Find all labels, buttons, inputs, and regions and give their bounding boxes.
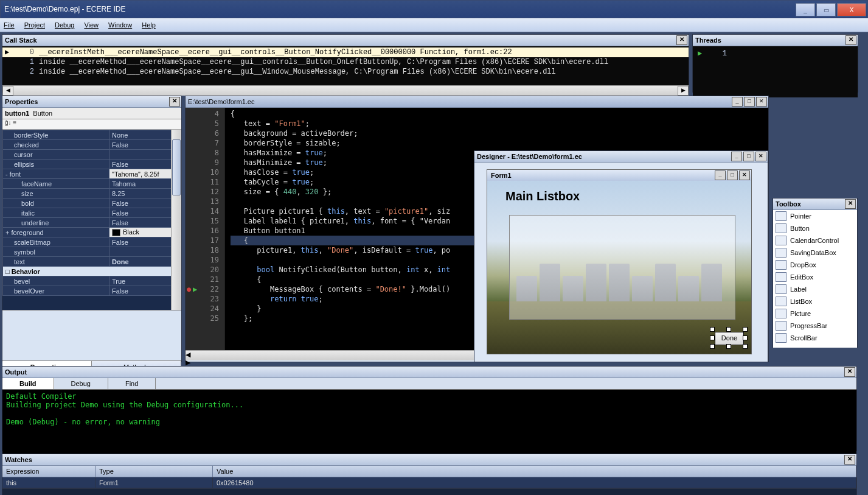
properties-panel: Properties✕ button1Button ĝ↓ ≡ borderSty…	[2, 96, 182, 362]
close-icon[interactable]: ✕	[844, 367, 855, 377]
menu-file[interactable]: File	[4, 21, 15, 29]
stack-row[interactable]: 2inside __ecereMethod___ecereNameSpace__…	[2, 67, 689, 77]
picture-icon	[776, 309, 786, 318]
maximize-icon[interactable]: □	[744, 97, 755, 107]
main-label[interactable]: Main Listbox	[505, 189, 580, 203]
stack-row[interactable]: ▶0__ecereInstMeth___ecereNameSpace__ecer…	[2, 47, 689, 57]
watch-type: Form1	[95, 477, 213, 488]
scroll-right-icon[interactable]: ▶	[678, 86, 689, 96]
close-icon[interactable]: ✕	[676, 35, 687, 45]
maximize-icon[interactable]: □	[743, 152, 754, 161]
scroll-left-icon[interactable]: ◀	[2, 86, 13, 96]
col-expression[interactable]: Expression	[2, 466, 95, 477]
savingdatabox-icon	[776, 248, 786, 258]
toolbox-item-editbox[interactable]: EditBox	[773, 271, 857, 283]
thread-row[interactable]: ▶1	[695, 49, 855, 58]
maximize-button[interactable]: ▭	[816, 3, 836, 16]
toolbox-item-calendarcontrol[interactable]: CalendarControl	[773, 234, 857, 247]
form-title: Form1	[491, 172, 512, 179]
close-icon[interactable]: ✕	[739, 170, 750, 180]
watches-title: Watches	[5, 456, 32, 463]
watch-value: 0x02615480	[213, 477, 856, 488]
minimize-icon[interactable]: _	[732, 97, 743, 107]
scrollbar-icon	[776, 333, 786, 343]
toolbox-item-button[interactable]: Button	[773, 222, 857, 234]
col-value[interactable]: Value	[213, 466, 856, 477]
toolbox-panel: Toolbox✕ PointerButtonCalendarControlSav…	[773, 198, 858, 348]
close-icon[interactable]: ✕	[755, 152, 766, 161]
close-icon[interactable]: ✕	[169, 97, 180, 107]
output-panel: Output✕ Build Debug Find Default Compile…	[2, 366, 857, 451]
minimize-icon[interactable]: _	[731, 152, 742, 161]
os-titlebar: E:\test\Demo\Demo.epj - ECERE IDE _ ▭ X	[0, 0, 868, 18]
output-tabs: Build Debug Find	[2, 378, 856, 390]
menu-project[interactable]: Project	[24, 21, 45, 29]
threads-title: Threads	[695, 37, 721, 44]
app-client: Call Stack ✕ ▶0__ecereInstMeth___ecereNa…	[0, 32, 868, 495]
close-icon[interactable]: ✕	[845, 35, 856, 45]
toolbox-item-picture[interactable]: Picture	[773, 307, 857, 320]
threads-panel: Threads✕ ▶1	[692, 34, 858, 93]
watches-body[interactable]: this Form1 0x02615480	[2, 477, 856, 495]
watches-panel: Watches✕ Expression Type Value this Form…	[2, 454, 857, 495]
output-body[interactable]: Default Compiler Building project Demo u…	[2, 390, 856, 455]
watch-new-row[interactable]	[2, 488, 856, 495]
menu-window[interactable]: Window	[108, 21, 132, 29]
watch-row[interactable]: this Form1 0x02615480	[2, 477, 856, 488]
menu-view[interactable]: View	[84, 21, 99, 29]
minimize-icon[interactable]: _	[715, 170, 726, 180]
menu-debug[interactable]: Debug	[55, 21, 74, 29]
close-button[interactable]: X	[837, 3, 866, 16]
toolbox-item-savingdatabox[interactable]: SavingDataBox	[773, 247, 857, 259]
stack-row[interactable]: 1inside __ecereMethod___ecereNameSpace__…	[2, 57, 689, 67]
active-thread-icon: ▶	[698, 49, 710, 58]
toolbox-item-listbox[interactable]: ListBox	[773, 295, 857, 307]
pointer-icon	[776, 211, 786, 221]
editbox-icon	[776, 272, 786, 282]
properties-toolbar[interactable]: ĝ↓ ≡	[2, 119, 181, 130]
toolbox-item-label[interactable]: Label	[773, 283, 857, 295]
close-icon[interactable]: ✕	[844, 455, 855, 465]
toolbox-body: PointerButtonCalendarControlSavingDataBo…	[773, 210, 857, 348]
toolbox-item-pointer[interactable]: Pointer	[773, 210, 857, 222]
form-body[interactable]: Main Listbox Done	[487, 181, 751, 354]
close-icon[interactable]: ✕	[845, 199, 856, 209]
close-icon[interactable]: ✕	[756, 97, 767, 107]
menu-help[interactable]: Help	[142, 21, 156, 29]
callstack-body[interactable]: ▶0__ecereInstMeth___ecereNameSpace__ecer…	[2, 46, 689, 85]
output-title: Output	[5, 368, 27, 376]
properties-title: Properties	[5, 98, 38, 105]
minimize-button[interactable]: _	[796, 3, 815, 16]
col-type[interactable]: Type	[95, 466, 213, 477]
tab-find[interactable]: Find	[108, 378, 156, 389]
threads-body[interactable]: ▶1	[693, 46, 858, 97]
line-number-gutter[interactable]: 456789101112131415161718192021●▶22232425	[186, 108, 224, 350]
tab-debug[interactable]: Debug	[54, 378, 108, 389]
maximize-icon[interactable]: □	[727, 170, 738, 180]
tab-build[interactable]: Build	[2, 378, 54, 389]
listbox-icon	[776, 297, 786, 306]
toolbox-item-progressbar[interactable]: ProgressBar	[773, 320, 857, 332]
v-scrollbar[interactable]	[171, 130, 181, 310]
watches-header: Expression Type Value	[2, 466, 856, 477]
done-button[interactable]: Done	[715, 332, 744, 345]
button-icon	[776, 223, 786, 233]
menu-bar: File Project Debug View Window Help	[0, 18, 868, 32]
callstack-title: Call Stack ✕	[2, 35, 689, 46]
calendarcontrol-icon	[776, 236, 786, 245]
h-scrollbar[interactable]: ◀▶	[2, 85, 689, 96]
toolbox-item-scrollbar[interactable]: ScrollBar	[773, 332, 857, 344]
form-preview[interactable]: Form1 _□✕ Main Listbox Done	[487, 169, 752, 354]
toolbox-title: Toolbox	[776, 200, 801, 208]
window-title: E:\test\Demo\Demo.epj - ECERE IDE	[4, 5, 125, 13]
scroll-thumb[interactable]	[172, 139, 181, 195]
toolbox-item-dropbox[interactable]: DropBox	[773, 259, 857, 271]
editor-title: E:\test\Demo\form1.ec _□✕	[186, 96, 768, 108]
current-frame-icon: ▶	[5, 47, 17, 57]
listbox[interactable]	[509, 215, 735, 320]
progressbar-icon	[776, 321, 786, 331]
properties-object-selector[interactable]: button1Button	[2, 108, 181, 119]
properties-grid[interactable]: borderStyleNonecheckedFalsecursorellipsi…	[2, 130, 181, 310]
callstack-panel: Call Stack ✕ ▶0__ecereInstMeth___ecereNa…	[2, 34, 689, 93]
watch-expression[interactable]: this	[2, 477, 95, 488]
